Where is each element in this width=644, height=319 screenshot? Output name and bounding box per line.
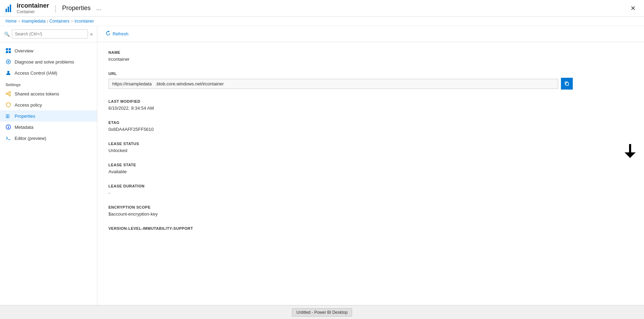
sidebar-item-overview[interactable]: Overview xyxy=(0,45,97,56)
svg-rect-12 xyxy=(6,116,7,117)
taskbar: Untitled - Power BI Desktop xyxy=(0,305,644,319)
sidebar-item-iam[interactable]: Access Control (IAM) xyxy=(0,67,97,78)
sidebar-item-overview-label: Overview xyxy=(15,48,33,53)
sidebar-item-properties-label: Properties xyxy=(15,114,35,119)
svg-rect-25 xyxy=(629,144,631,154)
breadcrumb-ircontainer[interactable]: ircontainer xyxy=(74,19,94,24)
svg-line-10 xyxy=(8,94,9,95)
breadcrumb-sep-3: > xyxy=(71,19,73,23)
property-etag-value: 0x8DA4AFF25FF5610 xyxy=(108,127,573,132)
sidebar-item-access-policy[interactable]: Access policy xyxy=(0,99,97,110)
resource-title-block: ircontainer Container xyxy=(17,2,49,14)
property-lease-status-section: LEASE STATUS Unlocked xyxy=(108,142,573,153)
property-lease-status-value: Unlocked xyxy=(108,148,573,153)
property-lease-duration-section: LEASE DURATION - xyxy=(108,184,573,195)
page-title: Properties xyxy=(62,5,91,12)
sidebar-item-properties[interactable]: Properties xyxy=(0,110,97,121)
svg-point-7 xyxy=(9,92,11,93)
sidebar-nav: Overview Diagnose and solve problems Acc… xyxy=(0,42,97,146)
url-input[interactable] xyxy=(108,79,558,89)
refresh-button[interactable]: Refresh xyxy=(106,30,129,38)
svg-rect-18 xyxy=(9,116,9,117)
breadcrumb-irsampledata[interactable]: irsampledata xyxy=(22,19,46,24)
property-lastmodified-section: LAST MODIFIED 6/10/2022, 9:34:54 AM xyxy=(108,99,573,111)
sidebar-item-shared-access[interactable]: Shared access tokens xyxy=(0,88,97,99)
property-name-value: ircontainer xyxy=(108,57,573,62)
iam-icon xyxy=(6,70,11,76)
resource-type: Container xyxy=(17,9,49,14)
svg-rect-1 xyxy=(9,48,11,50)
search-icon: 🔍 xyxy=(4,32,10,37)
diagnose-icon xyxy=(6,59,11,65)
access-policy-icon xyxy=(6,102,11,108)
svg-marker-26 xyxy=(625,152,636,158)
content-area: Refresh NAME ircontainer URL xyxy=(97,26,644,305)
properties-icon xyxy=(6,113,11,119)
svg-rect-14 xyxy=(7,115,8,115)
property-url-section: URL xyxy=(108,72,573,90)
scroll-arrow-indicator xyxy=(625,144,636,160)
property-lease-state-value: Available xyxy=(108,169,573,174)
top-bar: ircontainer Container | Properties ... ✕ xyxy=(0,0,644,17)
url-row xyxy=(108,78,573,90)
svg-point-6 xyxy=(6,93,8,95)
taskbar-powerbi-item[interactable]: Untitled - Power BI Desktop xyxy=(292,308,352,317)
svg-rect-0 xyxy=(6,48,8,50)
svg-rect-2 xyxy=(6,51,8,53)
svg-point-8 xyxy=(9,94,11,96)
property-lastmodified-value: 6/10/2022, 9:34:54 AM xyxy=(108,106,573,111)
property-name-label: NAME xyxy=(108,50,573,54)
sidebar-item-editor[interactable]: Editor (preview) xyxy=(0,133,97,144)
breadcrumb-sep-1: > xyxy=(18,19,20,23)
property-version-label: VERSION-LEVEL-IMMUTABILITY-SUPPORT xyxy=(108,226,573,230)
content-toolbar: Refresh xyxy=(97,26,644,42)
refresh-label: Refresh xyxy=(113,31,129,36)
svg-rect-13 xyxy=(6,117,7,118)
metadata-icon xyxy=(6,124,11,130)
property-lease-status-label: LEASE STATUS xyxy=(108,142,573,146)
close-button[interactable]: ✕ xyxy=(628,3,638,14)
property-etag-label: ETAG xyxy=(108,120,573,125)
shared-access-icon xyxy=(6,91,11,96)
resource-name: ircontainer xyxy=(17,2,49,9)
main-layout: 🔍 « Overview Diagnose and solve problems xyxy=(0,26,644,305)
property-lease-state-section: LEASE STATE Available xyxy=(108,163,573,174)
breadcrumb-containers[interactable]: Containers xyxy=(49,19,70,24)
svg-rect-19 xyxy=(9,117,9,118)
overview-icon xyxy=(6,48,11,53)
property-lease-state-label: LEASE STATE xyxy=(108,163,573,167)
svg-point-5 xyxy=(7,71,9,73)
breadcrumb-sep-2: | xyxy=(47,19,48,23)
ellipsis-button[interactable]: ... xyxy=(93,3,104,13)
property-lease-duration-value: - xyxy=(108,190,573,195)
sidebar-item-iam-label: Access Control (IAM) xyxy=(15,70,57,76)
sidebar-search-container: 🔍 « xyxy=(0,26,97,42)
top-bar-left: ircontainer Container | Properties ... xyxy=(6,2,104,14)
sidebar-item-policy-label: Access policy xyxy=(15,102,42,108)
property-name-section: NAME ircontainer xyxy=(108,50,573,62)
sidebar-item-metadata[interactable]: Metadata xyxy=(0,121,97,133)
sidebar-item-metadata-label: Metadata xyxy=(15,125,33,130)
breadcrumb-home[interactable]: Home xyxy=(6,19,17,24)
sidebar: 🔍 « Overview Diagnose and solve problems xyxy=(0,26,97,305)
editor-icon xyxy=(6,135,11,141)
sidebar-item-diagnose-label: Diagnose and solve problems xyxy=(15,59,74,65)
search-input[interactable] xyxy=(12,30,88,39)
sidebar-item-shared-label: Shared access tokens xyxy=(15,91,59,96)
svg-rect-3 xyxy=(9,51,11,53)
title-separator: | xyxy=(55,4,57,13)
settings-section-label: Settings xyxy=(0,78,97,88)
svg-rect-17 xyxy=(9,115,9,115)
property-encryption-value: $account-encryption-key xyxy=(108,211,573,217)
properties-content: NAME ircontainer URL LAST MODIFIED 6/10/… xyxy=(97,42,584,249)
property-encryption-section: ENCRYPTION SCOPE $account-encryption-key xyxy=(108,205,573,217)
property-etag-section: ETAG 0x8DA4AFF25FF5610 xyxy=(108,120,573,132)
collapse-button[interactable]: « xyxy=(90,31,93,37)
breadcrumb: Home > irsampledata | Containers > ircon… xyxy=(0,17,644,26)
svg-rect-15 xyxy=(7,116,8,117)
sidebar-item-diagnose[interactable]: Diagnose and solve problems xyxy=(0,56,97,67)
property-lease-duration-label: LEASE DURATION xyxy=(108,184,573,188)
copy-url-button[interactable] xyxy=(561,78,573,90)
svg-rect-11 xyxy=(6,115,7,115)
svg-rect-16 xyxy=(7,117,8,118)
